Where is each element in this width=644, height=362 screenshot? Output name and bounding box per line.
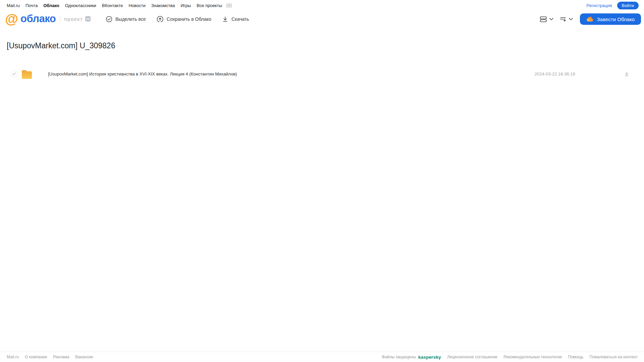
footer-right-links: Файлы защищены kaspersky Лицензионное со… bbox=[382, 355, 638, 360]
topnav-link-igry[interactable]: Игры bbox=[181, 3, 191, 8]
topnav-link-znakomstva[interactable]: Знакомства bbox=[151, 3, 175, 8]
file-name-link[interactable]: [UsupovMarket.com] История христианства … bbox=[48, 71, 237, 76]
topnav-link-oblako[interactable]: Облако bbox=[43, 3, 59, 8]
mailru-at-icon: @ bbox=[5, 11, 18, 26]
footer-link-recommendation-tech[interactable]: Рекомендательные технологии bbox=[504, 355, 562, 359]
logo-divider bbox=[60, 15, 60, 22]
file-modified-date: 2024-03-22 16:36:19 bbox=[535, 71, 575, 76]
toolbar: Выделить все Сохранить в Облако bbox=[106, 10, 249, 28]
row-checkbox[interactable] bbox=[10, 70, 18, 77]
topnav-links: Mail.ru Почта Облако Одноклассники ВКонт… bbox=[7, 3, 232, 8]
header-bar: @ облако проект VK Выделить все bbox=[0, 10, 644, 28]
save-to-cloud-label: Сохранить в Облако bbox=[167, 16, 211, 22]
chevron-down-icon bbox=[569, 18, 573, 20]
topnav: Mail.ru Почта Облако Одноклассники ВКонт… bbox=[0, 0, 644, 10]
cloud-logo[interactable]: @ облако проект VK bbox=[5, 11, 91, 26]
footer: Mail.ru О компании Реклама Вакансии Файл… bbox=[0, 352, 644, 362]
sort-button[interactable] bbox=[560, 17, 573, 22]
cloud-public-share-page: Mail.ru Почта Облако Одноклассники ВКонт… bbox=[0, 0, 644, 362]
select-all-label: Выделить все bbox=[115, 16, 146, 22]
footer-link-ads[interactable]: Реклама bbox=[53, 355, 69, 359]
download-icon bbox=[222, 16, 229, 22]
row-download-icon[interactable] bbox=[624, 71, 630, 77]
registration-link[interactable]: Регистрация bbox=[587, 3, 612, 8]
folder-icon bbox=[21, 68, 33, 81]
footer-link-help[interactable]: Помощь bbox=[568, 355, 583, 359]
create-cloud-label: Завести Облако bbox=[597, 16, 635, 22]
check-circle-icon bbox=[106, 16, 112, 22]
apps-grid-icon[interactable] bbox=[227, 4, 232, 7]
footer-link-license[interactable]: Лицензионное соглашение bbox=[447, 355, 497, 359]
logo-project-label: проект bbox=[64, 16, 83, 22]
chevron-down-icon bbox=[549, 18, 553, 20]
protected-by-text: Файлы защищены bbox=[382, 355, 416, 359]
logo-product-name: облако bbox=[20, 11, 56, 26]
create-cloud-button[interactable]: Завести Облако bbox=[580, 13, 641, 25]
footer-link-report-content[interactable]: Пожаловаться на контент bbox=[590, 355, 638, 359]
header-right-controls: Завести Облако bbox=[540, 10, 641, 28]
check-icon bbox=[12, 72, 16, 75]
select-all-button[interactable]: Выделить все bbox=[106, 16, 146, 22]
file-row[interactable]: [UsupovMarket.com] История христианства … bbox=[0, 67, 644, 81]
footer-link-mailru[interactable]: Mail.ru bbox=[7, 355, 19, 359]
download-button[interactable]: Скачать bbox=[222, 16, 249, 22]
cloud-upload-icon bbox=[156, 15, 164, 23]
footer-link-about[interactable]: О компании bbox=[25, 355, 47, 359]
footer-link-jobs[interactable]: Вакансии bbox=[75, 355, 93, 359]
topnav-link-novosti[interactable]: Новости bbox=[129, 3, 145, 8]
topnav-auth: Регистрация Войти bbox=[587, 2, 639, 9]
kaspersky-logo[interactable]: kaspersky bbox=[418, 355, 441, 360]
topnav-link-vse-proekty[interactable]: Все проекты bbox=[197, 3, 222, 8]
topnav-link-vkontakte[interactable]: ВКонтакте bbox=[102, 3, 123, 8]
sort-icon bbox=[560, 17, 566, 22]
files-protected-label: Файлы защищены kaspersky bbox=[382, 355, 441, 360]
save-to-cloud-button[interactable]: Сохранить в Облако bbox=[156, 15, 211, 23]
page-title: [UsupovMarket.com] U_309826 bbox=[7, 41, 115, 50]
cloud-blob-icon bbox=[586, 16, 594, 22]
view-mode-button[interactable] bbox=[540, 16, 553, 22]
topnav-link-odnoklassniki[interactable]: Одноклассники bbox=[65, 3, 96, 8]
login-button[interactable]: Войти bbox=[617, 2, 639, 9]
footer-left-links: Mail.ru О компании Реклама Вакансии bbox=[7, 355, 93, 359]
download-label: Скачать bbox=[232, 16, 249, 22]
list-view-icon bbox=[540, 16, 547, 22]
topnav-link-pochta[interactable]: Почта bbox=[26, 3, 38, 8]
topnav-link-mailru[interactable]: Mail.ru bbox=[7, 3, 20, 8]
vk-badge-icon: VK bbox=[85, 16, 91, 21]
